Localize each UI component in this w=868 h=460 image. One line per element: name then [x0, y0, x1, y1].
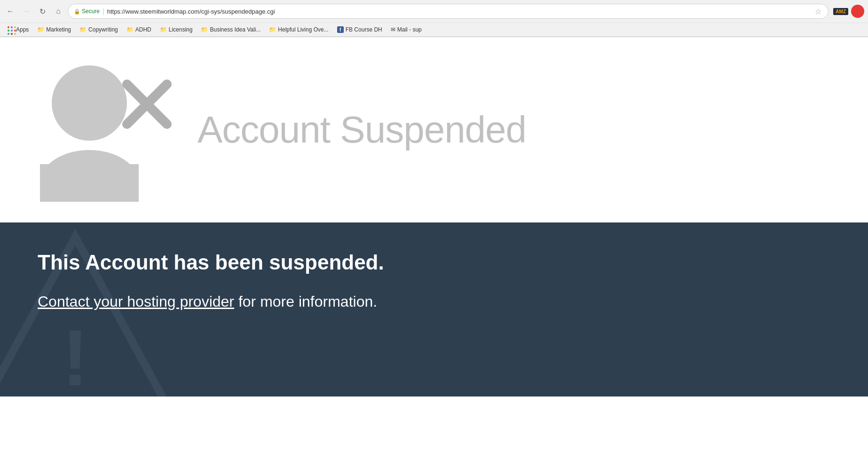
bookmark-apps[interactable]: Apps: [4, 25, 32, 34]
browser-chrome: ← → ↻ ⌂ 🔒 Secure | https://www.steemitwo…: [0, 0, 868, 37]
bookmarks-bar: Apps 📁 Marketing 📁 Copywriting 📁 ADHD 📁 …: [0, 23, 868, 37]
bookmark-helpful[interactable]: 📁 Helpful Living Ove...: [265, 25, 332, 34]
folder-icon: 📁: [37, 26, 44, 33]
bookmark-mail-label: Mail - sup: [397, 26, 422, 33]
page-content: Account Suspended ! This Account has bee…: [0, 37, 868, 434]
bookmark-copywriting[interactable]: 📁 Copywriting: [76, 25, 122, 34]
avatar-silhouette: [28, 56, 179, 202]
contact-paragraph: Contact your hosting provider for more i…: [38, 293, 830, 310]
contact-suffix: for more information.: [234, 293, 377, 310]
svg-text:!: !: [62, 314, 88, 397]
secure-badge: 🔒 Secure: [74, 8, 100, 15]
browser-toolbar: ← → ↻ ⌂ 🔒 Secure | https://www.steemitwo…: [0, 0, 868, 23]
address-bar[interactable]: 🔒 Secure | https://www.steemitworldmap.c…: [68, 4, 829, 19]
bookmark-helpful-label: Helpful Living Ove...: [278, 26, 328, 33]
bookmark-mail[interactable]: ✉ Mail - sup: [387, 25, 426, 34]
bookmark-marketing-label: Marketing: [46, 26, 71, 33]
url-text: https://www.steemitworldmap.com/cgi-sys/…: [107, 8, 812, 15]
svg-point-0: [52, 65, 127, 141]
folder-icon: 📁: [201, 26, 208, 33]
bookmark-fb[interactable]: f FB Course DH: [333, 25, 386, 34]
folder-icon: 📁: [269, 26, 276, 33]
bookmark-business[interactable]: 📁 Business Idea Vali...: [197, 25, 264, 34]
bookmark-adhd[interactable]: 📁 ADHD: [123, 25, 155, 34]
suspended-title: Account Suspended: [197, 108, 526, 151]
amz-badge: AMZ: [833, 8, 848, 15]
back-button[interactable]: ←: [4, 5, 17, 18]
svg-rect-2: [40, 164, 139, 202]
reload-button[interactable]: ↻: [36, 5, 49, 18]
suspended-header: Account Suspended: [0, 37, 868, 222]
bookmark-licensing-label: Licensing: [169, 26, 193, 33]
url-separator: |: [103, 8, 104, 15]
bottom-strip: [0, 397, 868, 434]
folder-icon: 📁: [160, 26, 167, 33]
apps-grid-icon: [8, 26, 14, 33]
secure-label: Secure: [82, 8, 100, 15]
mail-icon: ✉: [391, 26, 395, 33]
fb-icon: f: [337, 26, 344, 33]
folder-icon: 📁: [126, 26, 134, 33]
bookmark-business-label: Business Idea Vali...: [210, 26, 260, 33]
profile-button[interactable]: [851, 5, 864, 18]
avatar-container: [28, 56, 179, 204]
lock-icon: 🔒: [74, 8, 80, 15]
forward-button[interactable]: →: [20, 5, 33, 18]
bookmark-adhd-label: ADHD: [135, 26, 151, 33]
folder-icon: 📁: [79, 26, 87, 33]
bookmark-marketing[interactable]: 📁 Marketing: [33, 25, 75, 34]
bookmark-star-button[interactable]: ☆: [814, 6, 822, 17]
bookmark-copywriting-label: Copywriting: [88, 26, 118, 33]
bookmark-licensing[interactable]: 📁 Licensing: [156, 25, 197, 34]
bookmark-fb-label: FB Course DH: [346, 26, 382, 33]
suspended-heading: This Account has been suspended.: [38, 251, 830, 274]
home-button[interactable]: ⌂: [52, 5, 65, 18]
bookmark-apps-label: Apps: [16, 26, 29, 33]
contact-link[interactable]: Contact your hosting provider: [38, 293, 234, 310]
suspended-body: ! This Account has been suspended. Conta…: [0, 222, 868, 397]
